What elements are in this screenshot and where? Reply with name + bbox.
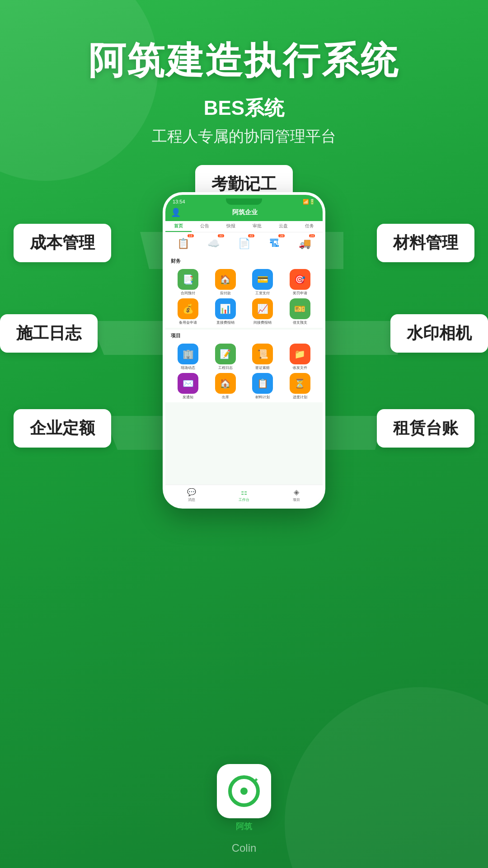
logo-dot xyxy=(240,788,248,795)
app-gongcheng[interactable]: 📝 工程日志 xyxy=(208,344,243,370)
bottom-nav-project-label: 项目 xyxy=(293,497,300,502)
tab-home[interactable]: 首页 xyxy=(165,223,192,232)
app-icon-jiangfa: 🎯 xyxy=(290,269,310,290)
app-label-gongzi: 工资支付 xyxy=(255,291,270,296)
logo-label: 阿筑 xyxy=(236,821,252,832)
quick-icon-5: 🚚 24 xyxy=(291,236,318,251)
badge-container-4: 🏗 28 xyxy=(267,236,282,251)
badge-container-1: 📋 18 xyxy=(176,236,191,251)
app-jianjie[interactable]: 📈 间接费报销 xyxy=(245,298,280,325)
quick-icon-2: ☁️ 30 xyxy=(200,236,227,251)
bottom-nav-workbench-label: 工作台 xyxy=(239,497,249,502)
app-label-cailiao-jihua: 材料计划 xyxy=(255,395,270,400)
app-hetong[interactable]: 📑 合同预付 xyxy=(171,269,206,296)
app-beiyong[interactable]: 💰 备用金申请 xyxy=(171,298,206,325)
app-label-hetong: 合同预付 xyxy=(181,291,195,296)
app-icon-zhijie: 📊 xyxy=(215,298,236,319)
app-icon-beiyong: 💰 xyxy=(178,298,198,319)
app-icon-jiezhi: 🎫 xyxy=(290,298,310,319)
label-cailiao: 材料管理 xyxy=(377,224,474,262)
label-shuiyin: 水印相机 xyxy=(390,314,488,353)
app-label-jiangfa: 奖罚申请 xyxy=(293,291,307,296)
deco-circle-topleft xyxy=(0,0,158,181)
bottom-nav-project[interactable]: ◈ 项目 xyxy=(270,488,323,502)
logo-inner: ✦ xyxy=(224,771,264,811)
app-icon-gongcheng: 📝 xyxy=(215,344,236,364)
app-icon-shoufa: 📁 xyxy=(290,344,310,364)
app-label-qianzhen: 签证索赔 xyxy=(255,365,270,370)
app-icon-xianchang: 🏢 xyxy=(178,344,198,364)
app-icon-jindu-jihua: ⏳ xyxy=(290,373,310,394)
project-icon: ◈ xyxy=(294,488,299,496)
app-gongzi[interactable]: 💳 工资支付 xyxy=(245,269,280,296)
tab-flash[interactable]: 快报 xyxy=(218,223,244,232)
phone-notch xyxy=(226,198,262,205)
app-cailiao-jihua[interactable]: 📋 材料计划 xyxy=(245,373,280,400)
app-label-shoufa: 收发文件 xyxy=(293,365,307,370)
logo-spark-icon: ✦ xyxy=(253,776,259,783)
app-fatongzhi[interactable]: ✉️ 发通知 xyxy=(171,373,206,400)
quick-icon-4: 🏗 28 xyxy=(261,236,288,251)
label-qiye: 企业定额 xyxy=(14,409,111,448)
app-shoufa[interactable]: 📁 收发文件 xyxy=(283,344,318,370)
bottom-nav-message[interactable]: 💬 消息 xyxy=(165,488,218,502)
tab-approve[interactable]: 审批 xyxy=(244,223,270,232)
app-label-chuku: 出库 xyxy=(222,395,229,400)
tab-task[interactable]: 任务 xyxy=(296,223,323,232)
app-jiezhi[interactable]: 🎫 借支预支 xyxy=(283,298,318,325)
app-logo-area: ✦ 阿筑 xyxy=(217,764,271,832)
app-label-yingfu: 应付款 xyxy=(220,291,231,296)
phone-mockup: 13:54 📶🔋 👤 阿筑企业 首页 公告 快报 审批 云盘 任务 xyxy=(163,192,325,509)
quick-icon-3: 📄 43 xyxy=(230,236,257,251)
app-zhijie[interactable]: 📊 直接费报销 xyxy=(208,298,243,325)
bottom-nav-message-label: 消息 xyxy=(188,497,195,502)
user-icon: 👤 xyxy=(171,208,181,217)
app-icon-jianjie: 📈 xyxy=(252,298,273,319)
badge-container-3: 📄 43 xyxy=(236,236,252,251)
label-shigong: 施工日志 xyxy=(0,314,98,353)
app-jiangfa[interactable]: 🎯 奖罚申请 xyxy=(283,269,318,296)
phone-tabs: 首页 公告 快报 审批 云盘 任务 xyxy=(165,221,323,232)
tab-cloud[interactable]: 云盘 xyxy=(270,223,296,232)
app-logo: ✦ xyxy=(217,764,271,818)
app-icon-chuku: 🏠 xyxy=(215,373,236,394)
app-label-jiezhi: 借支预支 xyxy=(293,320,307,325)
colin-footer: Colin xyxy=(232,842,257,854)
section-finance-title: 财务 xyxy=(165,255,323,266)
app-label-fatongzhi: 发通知 xyxy=(183,395,193,400)
app-label-xianchang: 现场动态 xyxy=(181,365,195,370)
app-label-gongcheng: 工程日志 xyxy=(218,365,233,370)
app-qianzhen[interactable]: 📜 签证索赔 xyxy=(245,344,280,370)
label-zulin: 租赁台账 xyxy=(377,409,474,448)
app-xianchang[interactable]: 🏢 现场动态 xyxy=(171,344,206,370)
badge-container-5: 🚚 24 xyxy=(297,236,312,251)
section-project-title: 项目 xyxy=(165,330,323,341)
message-icon: 💬 xyxy=(187,488,196,496)
app-label-beiyong: 备用金申请 xyxy=(179,320,197,325)
app-icon-hetong: 📑 xyxy=(178,269,198,290)
tab-notice[interactable]: 公告 xyxy=(192,223,218,232)
phone-screen: 13:54 📶🔋 👤 阿筑企业 首页 公告 快报 审批 云盘 任务 xyxy=(163,192,325,509)
app-icon-yingfu: 🏠 xyxy=(215,269,236,290)
status-time: 13:54 xyxy=(173,199,185,204)
badge-container-2: ☁️ 30 xyxy=(206,236,221,251)
app-label-jindu-jihua: 进度计划 xyxy=(293,395,307,400)
app-icon-cailiao-jihua: 📋 xyxy=(252,373,273,394)
project-grid: 🏢 现场动态 📝 工程日志 📜 签证索赔 📁 收发文件 xyxy=(165,341,323,402)
app-label-jianjie: 间接费报销 xyxy=(253,320,272,325)
features-area: 考勤记工 成本管理 材料管理 施工日志 水印相机 企业定额 租赁台账 13:54… xyxy=(0,165,488,662)
phone-bottom-nav: 💬 消息 ⚏ 工作台 ◈ 项目 xyxy=(165,485,323,506)
phone-navbar: 👤 阿筑企业 xyxy=(165,205,323,221)
app-yingfu[interactable]: 🏠 应付款 xyxy=(208,269,243,296)
quick-icon-1: 📋 18 xyxy=(170,236,197,251)
workbench-icon: ⚏ xyxy=(241,488,247,496)
app-icon-gongzi: 💳 xyxy=(252,269,273,290)
app-chuku[interactable]: 🏠 出库 xyxy=(208,373,243,400)
status-icons: 📶🔋 xyxy=(303,199,315,205)
bottom-nav-workbench[interactable]: ⚏ 工作台 xyxy=(218,488,270,502)
app-icon-qianzhen: 📜 xyxy=(252,344,273,364)
app-jindu-jihua[interactable]: ⏳ 进度计划 xyxy=(283,373,318,400)
app-label-zhijie: 直接费报销 xyxy=(216,320,235,325)
deco-circle-bottomright xyxy=(285,687,488,868)
phone-content-area: 财务 📑 合同预付 🏠 应付款 💳 工资支付 🎯 xyxy=(165,255,323,509)
